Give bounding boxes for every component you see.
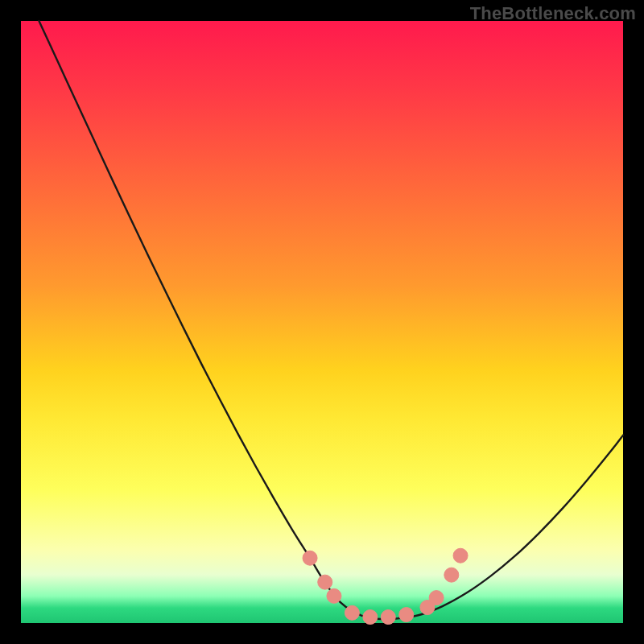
curve-marker: [363, 610, 378, 625]
curve-marker: [303, 551, 317, 565]
curve-marker: [345, 605, 359, 620]
curve-marker: [381, 610, 395, 625]
curve-marker: [444, 568, 459, 582]
plot-area: [21, 21, 623, 623]
bottleneck-curve: [39, 21, 623, 619]
chart-svg: [21, 21, 623, 623]
watermark-text: TheBottleneck.com: [470, 3, 636, 24]
curve-marker: [399, 608, 414, 622]
curve-marker: [453, 548, 468, 563]
chart-frame: TheBottleneck.com: [0, 0, 644, 644]
curve-marker: [327, 588, 341, 603]
curve-markers: [303, 548, 468, 624]
curve-marker: [429, 591, 444, 605]
curve-marker: [318, 575, 332, 589]
